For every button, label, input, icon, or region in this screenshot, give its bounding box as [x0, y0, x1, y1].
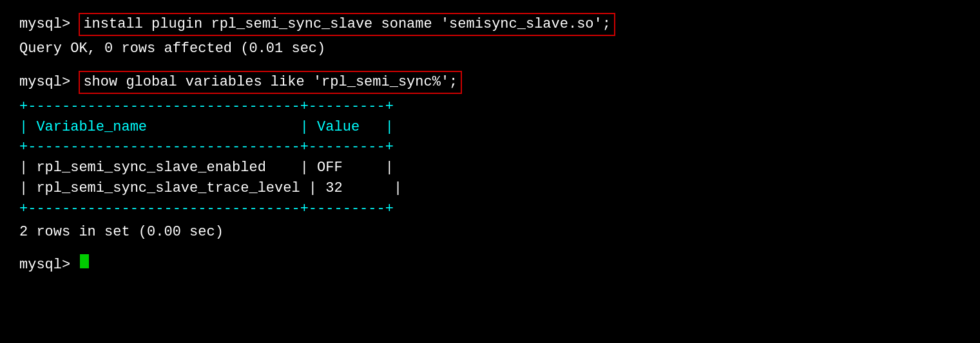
table-row-2: | rpl_semi_sync_slave_trace_level | 32 | [19, 178, 961, 199]
prompt-1: mysql> [19, 14, 79, 35]
command-box-1: install plugin rpl_semi_sync_slave sonam… [79, 13, 615, 36]
command-text-1: install plugin rpl_semi_sync_slave sonam… [83, 16, 611, 32]
command-line-2: mysql> show global variables like 'rpl_s… [19, 71, 961, 94]
output-line-2: 2 rows in set (0.00 sec) [19, 222, 961, 243]
table-mid: +--------------------------------+------… [19, 137, 961, 158]
prompt-3: mysql> [19, 255, 79, 275]
table-row-1: | rpl_semi_sync_slave_enabled | OFF | [19, 158, 961, 178]
terminal-window: mysql> install plugin rpl_semi_sync_slav… [13, 6, 967, 337]
output-text-2: 2 rows in set (0.00 sec) [19, 222, 224, 243]
command-line-1: mysql> install plugin rpl_semi_sync_slav… [19, 13, 961, 36]
terminal-cursor[interactable] [80, 254, 89, 268]
table-top: +--------------------------------+------… [19, 97, 961, 117]
output-text-1: Query OK, 0 rows affected (0.01 sec) [19, 39, 325, 59]
output-line-1: Query OK, 0 rows affected (0.01 sec) [19, 39, 961, 59]
prompt-line-3: mysql> [19, 254, 961, 275]
prompt-2: mysql> [19, 72, 79, 93]
command-text-2: show global variables like 'rpl_semi_syn… [83, 74, 457, 90]
table-header: | Variable_name | Value | [19, 117, 961, 138]
command-box-2: show global variables like 'rpl_semi_syn… [79, 71, 462, 94]
table-bot: +--------------------------------+------… [19, 199, 961, 219]
